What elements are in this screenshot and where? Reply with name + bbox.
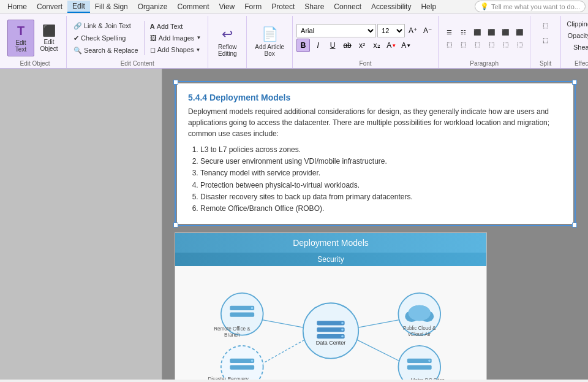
main-content: 5.4.4 Deployment Models Deployment model… [0,69,588,380]
decrease-font-size-button[interactable]: A⁻ [421,24,434,37]
direction-button[interactable]: ⬚ [513,39,526,50]
add-text-button[interactable]: A Add Text [147,21,205,32]
indent-increase-button[interactable]: ⬚ [456,39,470,50]
indent-decrease-button[interactable]: ⬚ [442,39,456,50]
split-horizontal-button[interactable]: ⬚ [533,33,558,47]
menu-accessibility[interactable]: Accessibility [366,1,416,12]
ribbon-group-effect: Clipping ▼ Opacity ▼ Shear Effect [561,16,588,68]
edit-text-button[interactable]: T EditText [7,20,34,56]
ribbon-group-edit-object: T EditText ⬛ EditObject Edit Object [4,16,67,68]
align-right-button[interactable]: ⬛ [499,26,512,37]
link-join-text-label: Link & Join Text [84,22,131,29]
bold-button[interactable]: B [296,39,310,52]
add-images-dropdown-icon: ▼ [196,35,201,40]
menu-convert[interactable]: Convert [32,1,67,12]
increase-font-size-button[interactable]: A⁺ [406,24,420,37]
data-center-label: Data Center [316,340,346,346]
reflow-editing-label: ReflowEditing [218,44,237,57]
reflow-buttons: ↩ ReflowEditing [212,16,243,66]
shear-button[interactable]: Shear [570,42,588,53]
tell-me-input[interactable]: 💡 Tell me what you want to do... [475,1,586,12]
columns-button[interactable]: ⬚ [470,39,484,50]
dc-led-1 [341,322,344,324]
list-item: Secure user environment using VDI/mobile… [200,156,562,167]
selection-handle-tr [572,80,577,85]
line-spacing-button[interactable]: ⬚ [484,39,498,50]
paragraph-spacing-button[interactable]: ⬚ [499,39,512,50]
strikethrough-button[interactable]: ab [341,39,354,52]
align-left-button[interactable]: ⬛ [470,26,484,37]
add-article-buttons: 📄 Add ArticleBox [251,16,288,66]
check-spelling-label: Check Spelling [81,34,126,42]
split-group-label: Split [534,59,557,68]
link-join-text-button[interactable]: 🔗 Link & Join Text [70,20,141,32]
effect-group-label: Effect [565,59,588,68]
menu-organize[interactable]: Organize [133,1,173,12]
shear-label: Shear [573,44,588,51]
subscript-button[interactable]: x₂ [370,39,383,52]
highlight-button[interactable]: A▼ [399,39,413,52]
menu-fill-sign[interactable]: Fill & Sign [90,1,133,12]
reflow-editing-button[interactable]: ↩ ReflowEditing [212,23,243,60]
opacity-button[interactable]: Opacity ▼ [565,30,589,41]
list-item: L3 to L7 policies across zones. [200,144,562,156]
menu-form[interactable]: Form [239,1,266,12]
link-icon: 🔗 [74,22,82,30]
selection-handle-bl [173,223,178,227]
align-justify-button[interactable]: ⬛ [513,26,526,37]
menu-home[interactable]: Home [2,1,32,12]
superscript-button[interactable]: x² [355,39,369,52]
search-replace-button[interactable]: 🔍 Search & Replace [70,45,141,56]
dc-server-2 [317,327,344,332]
menu-protect[interactable]: Protect [266,1,300,12]
deployment-diagram-svg: Data Center Remote Office & Branch [184,275,477,380]
edit-object-label: EditObject [40,39,58,52]
metro-led [428,360,431,362]
selection-handle-tl [173,80,178,85]
split-vertical-button[interactable]: ⬚ [533,18,558,32]
paragraph-group-label: Paragraph [442,59,526,68]
check-spelling-button[interactable]: ✔ Check Spelling [70,32,141,44]
add-images-button[interactable]: 🖼 Add Images ▼ [147,32,205,44]
tell-me-placeholder: Tell me what you want to do... [491,3,580,10]
underline-button[interactable]: U [326,39,339,52]
menu-connect[interactable]: Connect [329,1,366,12]
menu-view[interactable]: View [214,1,239,12]
text-content-box: 5.4.4 Deployment Models Deployment model… [177,83,573,224]
metro-dc-label-1: Metro DC Sites [411,378,445,380]
edit-object-group-label: Edit Object [7,59,62,68]
menu-share[interactable]: Share [300,1,329,12]
paragraph-controls-wrapper: ☰ ☷ ⬛ ⬛ ⬛ ⬛ ⬚ ⬚ ⬚ ⬚ ⬚ ⬚ [442,16,526,59]
font-controls: Arial 12 A⁺ A⁻ B I U ab x² x₂ A▼ A▼ [296,24,434,52]
menu-edit[interactable]: Edit [67,1,90,13]
ro-server-1 [230,306,254,310]
list-bullet-button[interactable]: ☰ [442,26,456,37]
italic-button[interactable]: I [311,39,325,52]
edit-object-button[interactable]: ⬛ EditObject [36,20,62,56]
edit-content-left: 🔗 Link & Join Text ✔ Check Spelling 🔍 Se… [70,20,141,56]
list-numbered-button[interactable]: ☷ [456,26,470,37]
effect-buttons: Clipping ▼ Opacity ▼ Shear [565,16,588,59]
ribbon-group-add-article: 📄 Add ArticleBox [247,16,293,68]
font-color-button[interactable]: A▼ [385,39,398,52]
add-text-label: Add Text [157,23,183,30]
add-article-box-label: Add ArticleBox [255,44,284,57]
font-name-select[interactable]: Arial [296,24,376,37]
add-article-box-button[interactable]: 📄 Add ArticleBox [251,23,288,60]
public-cloud-label-1: Public Cloud & [403,326,436,331]
font-format-row: B I U ab x² x₂ A▼ A▼ [296,39,434,52]
reflow-icon: ↩ [222,26,233,42]
paragraph-controls: ☰ ☷ ⬛ ⬛ ⬛ ⬛ ⬚ ⬚ ⬚ ⬚ ⬚ ⬚ [442,26,526,50]
clipping-button[interactable]: Clipping ▼ [564,18,588,29]
add-shapes-button[interactable]: ◻ Add Shapes ▼ [147,44,205,56]
connection-line-disaster-dc [262,339,306,364]
menu-comment[interactable]: Comment [172,1,214,12]
text-selection-box[interactable]: 5.4.4 Deployment Models Deployment model… [175,81,576,226]
font-group-label: Font [296,59,434,68]
add-article-group-label [251,66,288,68]
font-size-select[interactable]: 12 [377,24,405,37]
disaster-recovery-label-1: Disaster Recovery [208,376,249,380]
add-shapes-label: Add Shapes [157,46,194,53]
menu-help[interactable]: Help [416,1,441,12]
align-center-button[interactable]: ⬛ [484,26,498,37]
